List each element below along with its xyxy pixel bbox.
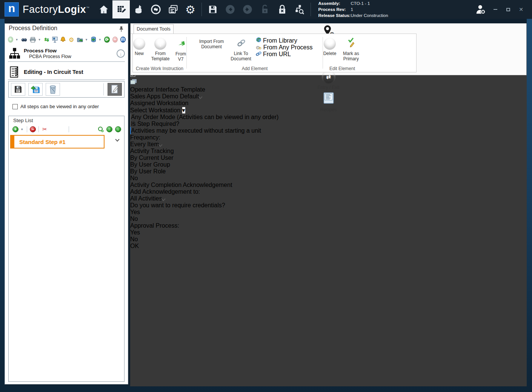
new-plus-icon: +	[133, 38, 145, 50]
reports-icon[interactable]	[165, 0, 182, 18]
copy-icon[interactable]	[51, 126, 57, 133]
close-button[interactable]	[515, 4, 527, 15]
from-url-button[interactable]: From URL	[256, 51, 313, 58]
process-flow-item[interactable]: Process Flow PCBA Process Flow ↓	[9, 46, 125, 61]
activity-tracking-label: Activity Tracking	[130, 148, 174, 154]
delete-step-button[interactable]	[46, 83, 60, 96]
save-import-button[interactable]	[28, 83, 43, 96]
tracking-by-user-role[interactable]: By User Role	[130, 168, 527, 175]
frequency-select[interactable]: Every Item	[130, 141, 421, 148]
process-search-icon[interactable]	[291, 0, 308, 18]
minimize-button[interactable]	[490, 4, 501, 15]
approval-yes[interactable]: Yes	[130, 229, 527, 236]
without-unit-checkbox[interactable]	[130, 127, 131, 134]
back-icon[interactable]	[221, 0, 239, 18]
from-any-process-button[interactable]: ⚙⚙ From Any Process	[256, 44, 313, 51]
maximize-button[interactable]	[503, 4, 514, 15]
download-icon: ↓	[154, 38, 166, 50]
credentials-yes[interactable]: Yes	[130, 209, 527, 216]
materials-icon[interactable]	[130, 0, 147, 18]
process-flow-icon	[9, 47, 20, 60]
save-step-button[interactable]	[11, 83, 25, 96]
export-dropdown-icon[interactable]: ▾	[86, 38, 88, 41]
any-order-checkbox-row[interactable]: All steps can be viewed in any order	[12, 104, 99, 109]
add-step-icon[interactable]: +	[12, 126, 18, 132]
edit-work-instruction-button[interactable]	[108, 83, 122, 96]
from-library-button[interactable]: From Library	[256, 37, 313, 44]
expand-down-icon[interactable]: ↓	[117, 49, 125, 58]
home-icon[interactable]	[95, 0, 112, 18]
credentials-no[interactable]: No	[130, 216, 527, 222]
globe-icon	[256, 37, 261, 44]
database-dropdown-icon[interactable]: ▾	[99, 38, 101, 41]
step-accent-bar	[11, 136, 14, 148]
dropdown-chevron-icon[interactable]	[159, 141, 162, 147]
sync-icon[interactable]	[147, 0, 165, 18]
add-step-dropdown-icon[interactable]: ▾	[21, 127, 24, 131]
tab-document-tools[interactable]: Document Tools	[134, 24, 174, 34]
without-unit-row[interactable]: Activities may be executed without start…	[130, 127, 527, 134]
step-list-title: Step List	[13, 118, 33, 123]
paste-icon[interactable]	[60, 126, 66, 133]
link-document-icon	[237, 38, 245, 50]
settings-gear-icon[interactable]: ⚙	[182, 0, 199, 18]
recipes-button[interactable]: Recipes	[131, 91, 526, 113]
any-order-checkbox[interactable]	[12, 104, 18, 109]
any-order-mode-row[interactable]: Any Order Mode (Activities can be viewed…	[130, 114, 527, 121]
ack-select[interactable]: All Activities	[130, 195, 354, 202]
find-icon[interactable]	[21, 37, 27, 43]
entry-exit-button[interactable]: ⇄ Entry / Exit	[131, 69, 526, 91]
group-edit-element: − Delete Mark as Primary Edit Element	[323, 34, 361, 72]
check-document-icon	[347, 38, 355, 50]
unlock-icon[interactable]	[256, 0, 274, 18]
pin-icon[interactable]	[119, 26, 124, 32]
remove-icon[interactable]: −	[112, 37, 118, 43]
lock-close-icon[interactable]	[274, 0, 291, 18]
approval-no[interactable]: No	[130, 236, 527, 243]
dropdown-chevron-icon[interactable]	[162, 195, 165, 202]
process-toolbar: + ▾ ▾ ⇆ ⚙ ▾ ▾ ⟳	[8, 36, 126, 43]
add-dropdown-icon[interactable]: ▾	[16, 38, 18, 41]
save-icon[interactable]	[204, 0, 221, 18]
remove-step-icon[interactable]: −	[30, 126, 36, 132]
bell-icon[interactable]	[60, 37, 66, 43]
brand-name: FactoryLogix™	[23, 4, 90, 15]
database-export-icon[interactable]	[91, 37, 97, 43]
pause-icon[interactable]	[120, 37, 126, 43]
is-step-required-checkbox[interactable]	[130, 120, 131, 127]
move-down-icon[interactable]: ↓	[115, 126, 121, 132]
tracking-no[interactable]: No	[130, 175, 527, 182]
refresh-icon[interactable]: ⟳	[104, 37, 109, 43]
app-logo: n FactoryLogix™	[0, 2, 95, 17]
window-content: Process Definition + ▾ ▾ ⇆ ⚙	[5, 19, 527, 385]
move-up-icon[interactable]: ↑	[106, 126, 112, 132]
process-flow-title: Process Flow	[24, 48, 71, 54]
editing-header: Editing - In Circuit Test	[9, 65, 125, 79]
shuffle-icon[interactable]: ⇆	[44, 37, 49, 43]
delete-minus-icon: −	[324, 38, 336, 50]
user-logout-icon[interactable]	[473, 0, 488, 18]
tracking-by-user-group[interactable]: By User Group	[130, 161, 527, 168]
editing-title: Editing - In Circuit Test	[24, 69, 83, 75]
step-list-panel: Step List + ▾ − ✂ ↑ ↓	[8, 116, 125, 382]
tracking-by-current-user[interactable]: By Current User	[130, 155, 527, 161]
forward-icon[interactable]	[239, 0, 256, 18]
add-icon[interactable]: +	[8, 37, 13, 43]
any-order-label: All steps can be viewed in any order	[20, 104, 99, 109]
process-definition-icon[interactable]	[112, 0, 130, 18]
is-step-required-row[interactable]: Is Step Required?	[130, 121, 527, 127]
presentation-icon[interactable]	[52, 37, 58, 43]
gear-gold-icon[interactable]: ⚙	[69, 37, 74, 43]
print-dropdown-icon[interactable]: ▾	[38, 38, 41, 41]
cut-icon[interactable]: ✂	[42, 126, 48, 133]
print-icon[interactable]	[30, 37, 36, 43]
logo-icon: n	[5, 2, 19, 17]
zoom-step-icon[interactable]	[97, 126, 104, 133]
title-bar: n FactoryLogix™ ⚙	[0, 0, 532, 19]
export-folder-icon[interactable]	[77, 37, 83, 43]
step-expand-icon[interactable]	[115, 137, 119, 141]
step-list-item[interactable]: Standard Step #1	[10, 135, 105, 149]
ok-button[interactable]: OK	[130, 243, 527, 250]
process-definition-panel: Process Definition + ▾ ▾ ⇆ ⚙	[5, 23, 128, 384]
step-list-toolbar: + ▾ − ✂ ↑ ↓	[12, 125, 121, 133]
